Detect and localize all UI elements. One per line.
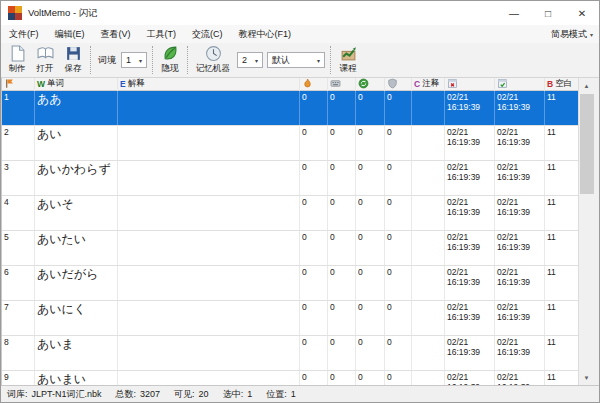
menu-edit[interactable]: 编辑(E) — [47, 25, 93, 43]
word-cell: あいかわらず — [35, 161, 118, 195]
selected-label: 选中: — [223, 388, 244, 401]
count-cell: 0 — [356, 161, 385, 195]
reveal-button[interactable]: 隐现 — [156, 44, 184, 76]
header-row-marker[interactable] — [2, 78, 35, 91]
chevron-down-icon: ▾ — [251, 57, 262, 64]
word-table: W 单词 E 解释 — [1, 78, 599, 385]
blank-cell: 11 — [545, 126, 578, 160]
date-wrong-cell: 02/21 16:19:39 — [445, 91, 495, 125]
count-cell: 0 — [385, 266, 412, 300]
header-recycle[interactable] — [356, 78, 385, 91]
window-controls: — □ ✕ — [497, 1, 599, 25]
count-cell: 0 — [385, 231, 412, 265]
count-cell: 0 — [385, 371, 412, 385]
status-bar: 词库: JLPT-N1词汇.nbk 总数: 3207 可见: 20 选中: 1 … — [1, 385, 599, 402]
explanation-cell — [118, 126, 300, 160]
clock-icon — [205, 45, 222, 62]
table-row[interactable]: 2 あい 0 0 0 0 02/21 16:19:39 02/21 16:19:… — [2, 126, 578, 161]
table-row[interactable]: 8 あいま 0 0 0 0 02/21 16:19:39 02/21 16:19… — [2, 336, 578, 371]
note-cell — [412, 266, 445, 300]
table-row[interactable]: 4 あいそ 0 0 0 0 02/21 16:19:39 02/21 16:19… — [2, 196, 578, 231]
table-row[interactable]: 3 あいかわらず 0 0 0 0 02/21 16:19:39 02/21 16… — [2, 161, 578, 196]
header-blank[interactable]: B 空白 — [545, 78, 579, 91]
close-button[interactable]: ✕ — [565, 1, 599, 25]
count-cell: 0 — [300, 126, 328, 160]
header-word-label: 单词 — [47, 78, 64, 90]
header-explanation[interactable]: E 解释 — [118, 78, 300, 91]
word-grid: W 单词 E 解释 — [1, 78, 578, 385]
row-number: 5 — [2, 231, 35, 265]
count-cell: 0 — [385, 91, 412, 125]
header-date-right[interactable] — [495, 78, 545, 91]
toolbar-separator — [90, 46, 91, 74]
header-date-wrong[interactable] — [445, 78, 495, 91]
mode-selector[interactable]: 简易模式 ▾ — [545, 28, 599, 41]
menu-view[interactable]: 查看(V) — [93, 25, 139, 43]
word-cell: あいだがら — [35, 266, 118, 300]
date-right-cell: 02/21 16:19:39 — [495, 266, 545, 300]
dict-value: JLPT-N1词汇.nbk — [32, 388, 102, 401]
table-row[interactable]: 9 あいまい 0 0 0 0 02/21 16:19:39 02/21 16:1… — [2, 371, 578, 385]
save-button[interactable]: 保存 — [59, 44, 87, 76]
date-wrong-cell: 02/21 16:19:39 — [445, 231, 495, 265]
count-cell: 0 — [356, 336, 385, 370]
open-button[interactable]: 打开 — [31, 44, 59, 76]
course-button[interactable]: 课程 — [334, 44, 362, 76]
scroll-up-icon[interactable]: ▲ — [579, 78, 594, 93]
date-wrong-cell: 02/21 16:19:39 — [445, 126, 495, 160]
row-number: 9 — [2, 371, 35, 385]
row-number: 3 — [2, 161, 35, 195]
row-number: 7 — [2, 301, 35, 335]
blank-cell: 11 — [545, 301, 578, 335]
note-cell — [412, 301, 445, 335]
count-cell: 0 — [356, 196, 385, 230]
header-flame[interactable] — [300, 78, 328, 91]
word-cell: ああ — [35, 91, 118, 125]
word-cell: あいま — [35, 336, 118, 370]
row-number: 6 — [2, 266, 35, 300]
context-count-select[interactable]: 1 ▾ — [121, 52, 147, 68]
menu-file[interactable]: 文件(F) — [1, 25, 47, 43]
table-rows: 1 ああ 0 0 0 0 02/21 16:19:39 02/21 16:19:… — [2, 91, 578, 385]
explanation-cell — [118, 336, 300, 370]
minimize-button[interactable]: — — [497, 1, 531, 25]
vertical-scrollbar[interactable]: ▲ ▼ — [578, 78, 594, 385]
count-cell: 0 — [328, 266, 356, 300]
table-row[interactable]: 7 あいにく 0 0 0 0 02/21 16:19:39 02/21 16:1… — [2, 301, 578, 336]
header-note-label: 注释 — [422, 78, 439, 90]
scrollbar-thumb[interactable] — [580, 94, 594, 194]
note-cell — [412, 161, 445, 195]
make-button[interactable]: 制作 — [3, 44, 31, 76]
scroll-down-icon[interactable]: ▼ — [579, 370, 594, 385]
header-note[interactable]: C 注释 — [412, 78, 445, 91]
blank-cell: 11 — [545, 231, 578, 265]
chevron-down-icon: ▾ — [135, 57, 146, 64]
count-cell: 0 — [356, 266, 385, 300]
toolbar-separator — [330, 46, 331, 74]
table-row[interactable]: 1 ああ 0 0 0 0 02/21 16:19:39 02/21 16:19:… — [2, 91, 578, 126]
keyboard-icon — [330, 78, 341, 91]
count-cell: 0 — [300, 301, 328, 335]
header-keyboard[interactable] — [328, 78, 356, 91]
memory-mode-select[interactable]: 默认 ▾ — [267, 52, 325, 68]
chevron-down-icon: ▾ — [313, 57, 324, 64]
menu-communicate[interactable]: 交流(C) — [184, 25, 231, 43]
header-shield[interactable] — [385, 78, 412, 91]
table-row[interactable]: 5 あいたい 0 0 0 0 02/21 16:19:39 02/21 16:1… — [2, 231, 578, 266]
word-key-letter: W — [37, 79, 45, 89]
count-cell: 0 — [328, 371, 356, 385]
course-button-label: 课程 — [340, 63, 357, 75]
header-word[interactable]: W 单词 — [35, 78, 118, 91]
maximize-button[interactable]: □ — [531, 1, 565, 25]
header-explanation-label: 解释 — [128, 78, 145, 90]
dict-label: 词库: — [7, 388, 28, 401]
memory-machine-button[interactable]: 记忆机器 — [191, 44, 235, 76]
table-row[interactable]: 6 あいだがら 0 0 0 0 02/21 16:19:39 02/21 16:… — [2, 266, 578, 301]
open-book-icon — [37, 45, 54, 62]
memory-level-select[interactable]: 2 ▾ — [237, 52, 263, 68]
menu-tools[interactable]: 工具(T) — [139, 25, 185, 43]
menu-tutorial-center[interactable]: 教程中心(F1) — [231, 25, 300, 43]
count-cell: 0 — [385, 301, 412, 335]
new-page-icon — [9, 45, 26, 62]
count-cell: 0 — [356, 301, 385, 335]
